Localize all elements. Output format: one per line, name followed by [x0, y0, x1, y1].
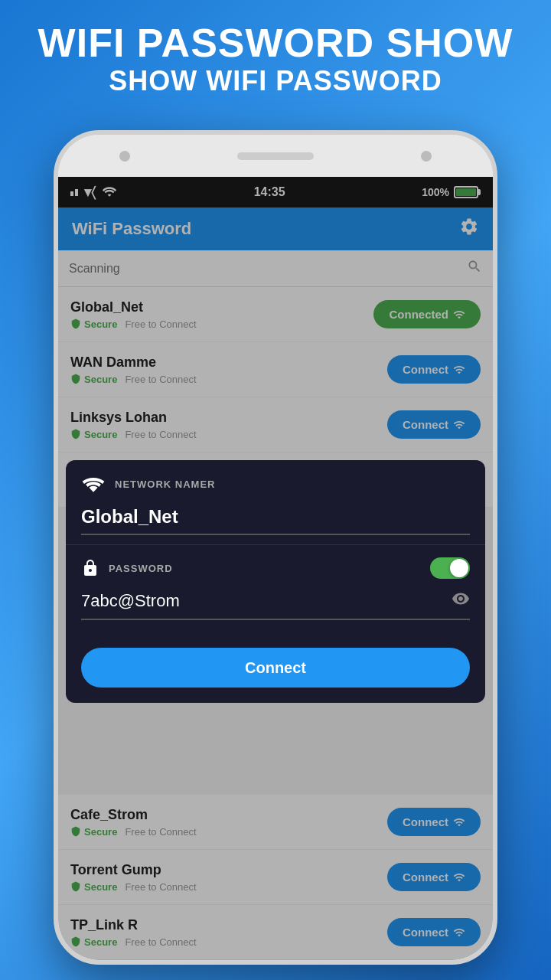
password-toggle[interactable] — [430, 557, 470, 579]
phone-speaker — [237, 152, 314, 160]
modal-network-name: Global_Net — [81, 506, 470, 535]
phone-frame: ▾〈 14:35 100% WiFi Password — [54, 130, 497, 965]
phone-camera-left — [119, 151, 130, 162]
modal-network-section: NETWORK NAMER Global_Net — [66, 460, 485, 544]
eye-icon[interactable] — [452, 590, 470, 612]
app-title-1: WIFI PASSWORD SHOW — [15, 21, 536, 65]
modal-network-header: NETWORK NAMER — [81, 474, 470, 494]
modal-password-section: PASSWORD 7abc@Strom — [66, 545, 485, 632]
modal-password-label: PASSWORD — [109, 563, 173, 574]
modal-password-header: PASSWORD — [81, 557, 470, 579]
modal-password-field: 7abc@Strom — [81, 590, 470, 620]
phone-top — [58, 135, 493, 177]
modal-password-left: PASSWORD — [81, 557, 173, 579]
modal-dialog: NETWORK NAMER Global_Net PASSWORD — [66, 460, 485, 703]
modal-lock-icon — [81, 557, 99, 579]
modal-network-label: NETWORK NAMER — [115, 479, 215, 490]
app-title-2: SHOW WIFI PASSWORD — [15, 65, 536, 97]
modal-password-value: 7abc@Strom — [81, 591, 452, 611]
phone-camera-right — [421, 151, 432, 162]
modal-connect-button[interactable]: Connect — [81, 648, 470, 688]
phone-screen: ▾〈 14:35 100% WiFi Password — [58, 177, 493, 960]
toggle-knob — [450, 559, 468, 577]
modal-wifi-icon — [81, 474, 106, 494]
